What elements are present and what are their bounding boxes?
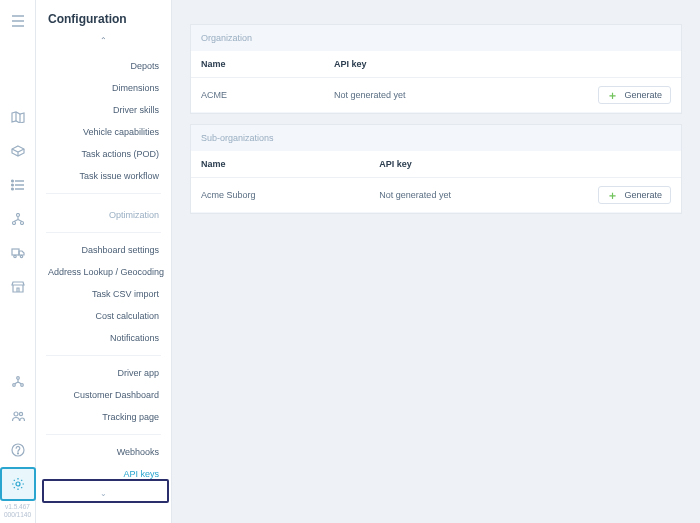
svg-point-15: [17, 453, 18, 454]
chevron-up-icon[interactable]: ⌃: [36, 32, 171, 55]
config-sidebar: Configuration ⌃ Depots Dimensions Driver…: [36, 0, 172, 523]
sidebar-item-api-keys[interactable]: API keys: [36, 463, 171, 485]
organization-header: Organization: [191, 25, 681, 51]
sidebar-item-driver-skills[interactable]: Driver skills: [36, 99, 171, 121]
hamburger-icon[interactable]: [0, 4, 36, 38]
svg-point-16: [16, 482, 20, 486]
sidebar-item-webhooks[interactable]: Webhooks: [36, 441, 171, 463]
organization-panel: Organization Name API key ACME Not gener…: [190, 24, 682, 114]
hierarchy-icon[interactable]: [0, 202, 36, 236]
table-row: ACME Not generated yet ＋ Generate: [191, 78, 681, 113]
help-icon[interactable]: [0, 433, 36, 467]
page-title: Configuration: [36, 0, 171, 32]
svg-point-1: [11, 184, 13, 186]
svg-point-12: [14, 412, 18, 416]
col-key: API key: [324, 51, 589, 78]
svg-point-9: [16, 377, 19, 380]
sidebar-item-customer-dashboard[interactable]: Customer Dashboard: [36, 384, 171, 406]
generate-button[interactable]: ＋ Generate: [598, 86, 671, 104]
sidebar-item-task-actions[interactable]: Task actions (POD): [36, 143, 171, 165]
sidebar-item-dashboard-settings[interactable]: Dashboard settings: [36, 239, 171, 261]
sidebar-item-vehicle-capabilities[interactable]: Vehicle capabilities: [36, 121, 171, 143]
sidebar-item-notifications[interactable]: Notifications: [36, 327, 171, 349]
version-text: v1.5.467 000/1140: [4, 501, 31, 519]
org-name: ACME: [191, 78, 324, 113]
svg-point-7: [13, 255, 15, 257]
col-key: API key: [369, 151, 588, 178]
svg-point-11: [20, 384, 23, 387]
svg-point-0: [11, 180, 13, 182]
map-icon[interactable]: [0, 100, 36, 134]
sidebar-item-dimensions[interactable]: Dimensions: [36, 77, 171, 99]
nav-rail: v1.5.467 000/1140: [0, 0, 36, 523]
sidebar-header-optimization: Optimization: [36, 200, 171, 226]
chevron-down-icon[interactable]: ⌄: [36, 485, 171, 502]
list-icon[interactable]: [0, 168, 36, 202]
generate-label: Generate: [624, 90, 662, 100]
suborganizations-panel: Sub-organizations Name API key Acme Subo…: [190, 124, 682, 214]
org-key: Not generated yet: [324, 78, 589, 113]
svg-point-13: [19, 413, 22, 416]
table-row: Acme Suborg Not generated yet ＋ Generate: [191, 178, 681, 213]
main-content: Organization Name API key ACME Not gener…: [172, 0, 700, 523]
col-name: Name: [191, 151, 369, 178]
package-icon[interactable]: [0, 134, 36, 168]
sidebar-item-driver-app[interactable]: Driver app: [36, 362, 171, 384]
org-icon[interactable]: [0, 365, 36, 399]
svg-point-3: [16, 214, 19, 217]
col-name: Name: [191, 51, 324, 78]
users-icon[interactable]: [0, 399, 36, 433]
sidebar-item-cost-calculation[interactable]: Cost calculation: [36, 305, 171, 327]
svg-point-8: [20, 255, 22, 257]
sidebar-item-task-issue-workflow[interactable]: Task issue workflow: [36, 165, 171, 187]
sidebar-item-task-csv-import[interactable]: Task CSV import: [36, 283, 171, 305]
sidebar-item-address-lookup[interactable]: Address Lookup / Geocoding: [36, 261, 171, 283]
generate-button[interactable]: ＋ Generate: [598, 186, 671, 204]
suborg-key: Not generated yet: [369, 178, 588, 213]
svg-point-10: [12, 384, 15, 387]
gear-icon[interactable]: [0, 467, 36, 501]
suborganizations-header: Sub-organizations: [191, 125, 681, 151]
store-icon[interactable]: [0, 270, 36, 304]
sidebar-item-tracking-page[interactable]: Tracking page: [36, 406, 171, 428]
suborganizations-table: Name API key Acme Suborg Not generated y…: [191, 151, 681, 213]
organization-table: Name API key ACME Not generated yet ＋ Ge…: [191, 51, 681, 113]
truck-icon[interactable]: [0, 236, 36, 270]
suborg-name: Acme Suborg: [191, 178, 369, 213]
svg-point-5: [20, 222, 23, 225]
svg-rect-6: [12, 249, 19, 255]
generate-label: Generate: [624, 190, 662, 200]
sidebar-item-depots[interactable]: Depots: [36, 55, 171, 77]
svg-point-2: [11, 188, 13, 190]
svg-point-4: [12, 222, 15, 225]
